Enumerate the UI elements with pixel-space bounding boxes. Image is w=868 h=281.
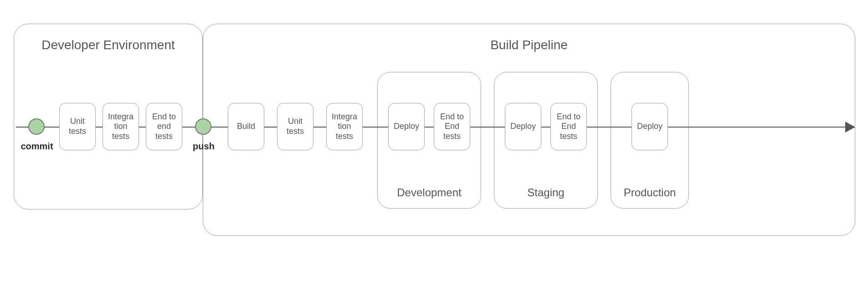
arrowhead-icon	[845, 122, 855, 133]
step-prod-deploy: Deploy	[632, 103, 668, 150]
push-label: push	[188, 141, 220, 152]
step-label: Deploy	[510, 122, 536, 132]
step-label: Deploy	[637, 122, 663, 132]
env-staging-title: Staging	[494, 186, 597, 199]
env-development-title: Development	[378, 186, 481, 199]
step-label: Unit tests	[62, 117, 93, 136]
push-dot	[195, 118, 211, 135]
step-label: End to end tests	[148, 112, 180, 142]
flow-line	[16, 127, 845, 128]
step-stg-deploy: Deploy	[505, 103, 541, 150]
step-dev-e2e: End to end tests	[146, 103, 182, 150]
commit-dot	[28, 118, 45, 135]
step-dev-deploy: Deploy	[388, 103, 425, 150]
step-label: Unit tests	[279, 117, 311, 136]
commit-label: commit	[17, 141, 56, 152]
developer-panel-title: Developer Environment	[14, 38, 202, 52]
step-label: Deploy	[394, 122, 419, 132]
step-label: Integra tion tests	[329, 112, 360, 142]
step-label: Integra tion tests	[105, 112, 137, 142]
pipeline-diagram: Developer Environment commit Unit tests …	[0, 0, 868, 281]
step-label: End to End tests	[436, 112, 468, 142]
step-stg-e2e: End to End tests	[550, 103, 587, 150]
step-label: Build	[237, 122, 255, 132]
step-dev-integration: Integra tion tests	[103, 103, 139, 150]
step-pipe-unit: Unit tests	[277, 103, 313, 150]
step-dev-e2e-env: End to End tests	[434, 103, 470, 150]
step-build: Build	[228, 103, 264, 150]
env-production-title: Production	[611, 186, 688, 199]
step-pipe-integration: Integra tion tests	[326, 103, 363, 150]
step-label: End to End tests	[553, 112, 585, 142]
pipeline-panel-title: Build Pipeline	[203, 38, 855, 52]
step-dev-unit: Unit tests	[59, 103, 96, 150]
